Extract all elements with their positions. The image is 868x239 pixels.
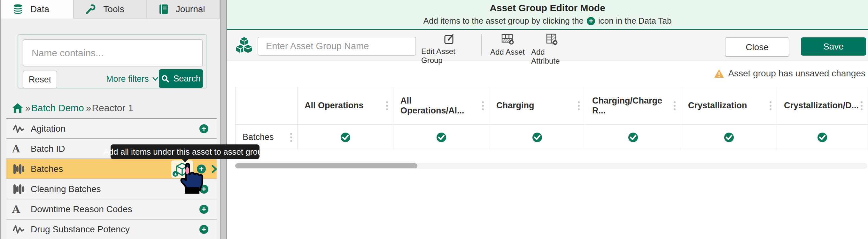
breadcrumb-batch-demo[interactable]: Batch Demo <box>31 102 84 113</box>
column-header-label: Charging/Charge R... <box>592 96 668 116</box>
column-menu-icon[interactable] <box>385 100 389 112</box>
more-filters-label: More filters <box>106 74 149 84</box>
check-circle-icon <box>532 132 542 143</box>
name-contains-input[interactable] <box>23 39 203 66</box>
more-filters-link[interactable]: More filters <box>106 70 158 87</box>
app-window: Data Tools Journal Rese <box>0 0 868 239</box>
save-button[interactable]: Save <box>801 37 866 56</box>
warning-triangle-icon <box>714 69 724 78</box>
search-button-label: Search <box>173 74 201 84</box>
add-to-group-button[interactable]: + <box>199 225 208 234</box>
add-asset-button[interactable]: Add Asset <box>490 34 525 57</box>
sidebar-tab-bar: Data Tools Journal <box>1 0 220 19</box>
table-cell[interactable] <box>394 125 489 150</box>
editor-header-band: Asset Group Editor Mode Add items to the… <box>227 0 868 30</box>
asset-group-cubes-icon <box>235 36 253 56</box>
table-cell[interactable] <box>298 125 394 150</box>
add-attribute-icon <box>545 34 558 45</box>
subtitle-text-after: icon in the Data Tab <box>598 16 672 26</box>
list-item-downtime-reason-codes[interactable]: A Downtime Reason Codes + <box>6 199 217 219</box>
tab-tools-label: Tools <box>103 4 124 14</box>
table-cell[interactable] <box>489 125 585 150</box>
breadcrumb-separator: » <box>25 102 31 113</box>
wrench-icon <box>85 4 96 15</box>
list-item-label: Agitation <box>31 124 65 134</box>
signal-icon <box>12 224 31 235</box>
asset-group-name-input[interactable] <box>257 37 416 56</box>
string-icon: A <box>12 144 31 154</box>
search-button[interactable]: Search <box>159 69 203 88</box>
table-row-batches: Batches <box>235 125 868 150</box>
column-header[interactable]: Charging <box>489 87 585 125</box>
chevron-right-icon <box>210 164 218 174</box>
column-header-label: Crystallization/D... <box>784 101 859 111</box>
string-icon: A <box>12 204 31 214</box>
column-menu-icon[interactable] <box>480 100 485 112</box>
column-header[interactable]: Charging/Charge R... <box>585 87 681 125</box>
add-to-group-button[interactable]: + <box>199 205 208 214</box>
breadcrumb-separator: » <box>86 102 91 113</box>
breadcrumb-reactor-1: Reactor 1 <box>92 102 133 113</box>
reset-button[interactable]: Reset <box>23 70 57 89</box>
column-header[interactable]: Crystallization/D... <box>777 87 868 125</box>
expand-asset-chevron[interactable] <box>210 164 218 176</box>
tab-data[interactable]: Data <box>1 0 74 19</box>
tooltip-text: Add all items under this asset to asset … <box>103 147 267 157</box>
asset-group-table: All Operations All Operations/Al... Char… <box>235 87 868 150</box>
tab-tools[interactable]: Tools <box>74 0 147 19</box>
add-to-group-button[interactable]: + <box>199 185 208 193</box>
mini-plus-icon: + <box>173 171 178 177</box>
edit-icon <box>444 34 455 44</box>
table-cell[interactable] <box>585 125 681 150</box>
column-menu-icon[interactable] <box>673 100 677 112</box>
horizontal-scrollbar-thumb[interactable] <box>235 163 417 169</box>
journal-icon <box>158 4 169 15</box>
corner-header-cell <box>235 87 298 125</box>
condition-icon <box>12 163 31 175</box>
edit-asset-group-button[interactable]: Edit Asset Group <box>421 34 477 65</box>
editor-title: Asset Group Editor Mode <box>227 3 868 13</box>
editor-subtitle: Add items to the asset group by clicking… <box>227 16 868 26</box>
add-to-group-button[interactable]: + <box>199 124 208 133</box>
check-circle-icon <box>817 132 828 143</box>
list-item-drug-substance-potency[interactable]: Drug Substance Potency + <box>6 219 217 239</box>
column-header-label: Crystallization <box>688 101 747 111</box>
column-header[interactable]: All Operations/Al... <box>394 87 489 125</box>
check-circle-icon <box>340 132 351 143</box>
add-asset-label: Add Asset <box>490 48 525 57</box>
add-to-group-button[interactable]: + <box>197 165 206 174</box>
column-menu-icon[interactable] <box>577 100 581 112</box>
list-item-label: Downtime Reason Codes <box>31 204 132 214</box>
column-header[interactable]: All Operations <box>298 87 394 125</box>
sidebar-vertical-scrollbar[interactable] <box>220 0 227 239</box>
list-item-label: Drug Substance Potency <box>31 224 130 235</box>
tab-journal[interactable]: Journal <box>147 0 220 19</box>
list-item-cleaning-batches[interactable]: Cleaning Batches + <box>6 179 217 199</box>
search-panel: Reset More filters Search <box>18 34 207 89</box>
search-icon <box>161 74 169 83</box>
column-menu-icon[interactable] <box>768 100 773 112</box>
check-circle-icon <box>723 132 735 143</box>
table-cell[interactable] <box>681 125 777 150</box>
asset-item-list: Agitation + A Batch ID + Batches <box>6 118 217 239</box>
tab-data-label: Data <box>30 4 49 14</box>
column-menu-icon[interactable] <box>859 100 864 112</box>
unsaved-changes-warning: Asset group has unsaved changes <box>714 68 865 79</box>
tab-journal-label: Journal <box>176 4 205 14</box>
list-item-agitation[interactable]: Agitation + <box>6 119 217 139</box>
check-circle-icon <box>436 132 447 143</box>
add-attribute-button[interactable]: Add Attribute <box>531 34 572 65</box>
tooltip: Add all items under this asset to asset … <box>111 144 259 159</box>
table-cell[interactable] <box>777 125 868 150</box>
edit-asset-group-label: Edit Asset Group <box>421 47 477 65</box>
home-icon[interactable] <box>12 102 23 113</box>
row-header-label: Batches <box>243 132 274 142</box>
close-button[interactable]: Close <box>725 37 789 57</box>
list-item-label: Cleaning Batches <box>31 184 101 194</box>
toolbar-divider <box>481 34 482 56</box>
table-horizontal-scrollbar[interactable] <box>235 163 867 169</box>
list-item-label: Batches <box>31 164 63 174</box>
row-menu-icon[interactable] <box>289 132 293 143</box>
column-header[interactable]: Crystallization <box>681 87 777 125</box>
breadcrumb: » Batch Demo » Reactor 1 <box>12 101 133 115</box>
